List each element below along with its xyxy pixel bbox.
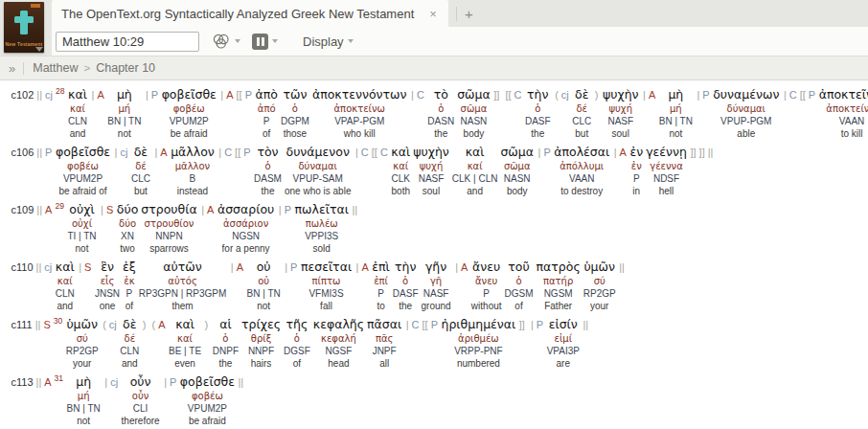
greek-word[interactable]: ἀποκτεῖναι	[819, 87, 868, 102]
resource-tab[interactable]: The OpenText.org Syntactically Analyzed …	[52, 0, 448, 27]
english-gloss: but	[131, 185, 150, 197]
greek-word[interactable]: καὶ	[56, 260, 75, 275]
lemma: καί	[452, 160, 498, 172]
greek-word[interactable]: εἰσίν	[547, 317, 580, 332]
reference-input[interactable]	[56, 32, 199, 52]
word-unit: κεφαλῆςκεφαλήNGSFhead	[313, 317, 364, 370]
resource-menu-caret-icon[interactable]	[35, 47, 43, 52]
word-unit: |AἐπὶἐπίPto	[354, 260, 390, 312]
greek-word[interactable]: καὶ	[68, 87, 87, 102]
lemma: θρίξ	[241, 332, 281, 345]
greek-word[interactable]: καὶ	[452, 145, 498, 160]
greek-word[interactable]: μὴ	[67, 374, 101, 390]
resource-cover-thumbnail[interactable]: New Testament	[4, 2, 44, 53]
morphology-code: VPUM2P	[180, 402, 235, 415]
breadcrumb-bar: » Matthew > Chapter 10	[0, 56, 868, 80]
greek-word[interactable]: κεφαλῆς	[313, 317, 364, 332]
greek-word[interactable]: οὐχὶ	[67, 202, 96, 217]
greek-word[interactable]: τὴν	[525, 87, 551, 102]
greek-word[interactable]: ἐπὶ	[372, 260, 390, 275]
morphology-code: P	[471, 287, 502, 300]
greek-word[interactable]: ἀποκτεννόντων	[312, 87, 407, 102]
breadcrumb-expander[interactable]: »	[9, 61, 15, 76]
greek-word[interactable]: στρουθία	[141, 202, 196, 217]
greek-word[interactable]: τῶν	[281, 87, 309, 102]
breadcrumb-book[interactable]: Matthew	[33, 61, 78, 75]
lemma: μή	[659, 102, 693, 115]
greek-word[interactable]: αἱ	[213, 317, 239, 332]
greek-word[interactable]: τοῦ	[505, 260, 534, 275]
close-tab-icon[interactable]: ×	[429, 8, 437, 20]
visual-filter-button[interactable]	[211, 32, 240, 51]
greek-word[interactable]: μᾶλλον	[171, 145, 215, 160]
word-column: δὲδέCLCbut	[572, 87, 591, 140]
greek-word[interactable]: τὸν	[254, 145, 282, 160]
greek-word[interactable]: οὖν	[122, 374, 160, 390]
greek-word[interactable]: ψυχὴν	[603, 87, 639, 102]
parallel-resources-button[interactable]	[252, 34, 278, 50]
word-column: αὐτῶναὐτόςRP3GPN | RP3GPMthem	[139, 260, 227, 312]
english-gloss: are	[547, 357, 580, 370]
word-column: καὶκαίCLNand	[68, 87, 87, 140]
greek-word[interactable]: ἓν	[95, 260, 120, 275]
morphology-code: NNPF	[241, 345, 281, 357]
display-menu-button[interactable]: Display	[289, 34, 354, 49]
greek-word[interactable]: ὑμῶν	[583, 260, 616, 275]
greek-word[interactable]: τρίχες	[241, 317, 281, 332]
greek-word[interactable]: τῆς	[284, 317, 310, 332]
greek-word[interactable]: ἄνευ	[471, 260, 502, 275]
greek-word[interactable]: γῆν	[422, 260, 451, 275]
word-column: ψυχὴνψυχήNASFsoul	[603, 87, 639, 140]
greek-word[interactable]: φοβεῖσθε	[56, 145, 110, 160]
greek-word[interactable]: τὴν	[393, 260, 419, 275]
clause-marker: |S	[100, 202, 115, 217]
greek-word[interactable]: ἀσσαρίου	[217, 202, 274, 217]
greek-word[interactable]: μὴ	[659, 87, 693, 102]
english-gloss: the	[525, 127, 551, 140]
greek-word[interactable]: μὴ	[107, 87, 141, 102]
word-unit: |AοὐοὐBN | TNnot	[229, 260, 280, 312]
greek-word[interactable]: πωλεῖται	[295, 202, 349, 217]
greek-word[interactable]: ἀπολέσαι	[554, 145, 609, 160]
greek-word[interactable]: πᾶσαι	[367, 317, 401, 332]
greek-word[interactable]: τὸ	[427, 87, 454, 102]
clause-marker: |A	[642, 87, 657, 102]
greek-word[interactable]: γεέννῃ	[646, 145, 687, 160]
greek-word[interactable]: ὑμῶν	[66, 317, 99, 332]
greek-word[interactable]: ἐξ	[123, 260, 136, 275]
word-column: δύοδύοXNtwo	[117, 202, 139, 255]
lemma: πίπτω	[301, 275, 352, 287]
greek-word[interactable]: οὐ	[247, 260, 281, 275]
word-unit: |PπεσεῖταιπίπτωVFMI3Sfall	[284, 260, 352, 312]
greek-word[interactable]: δὲ	[572, 87, 591, 102]
greek-word[interactable]: σῶμα	[457, 87, 491, 102]
greek-word[interactable]: φοβεῖσθε	[180, 374, 235, 390]
new-tab-button[interactable]: +	[463, 7, 481, 27]
english-gloss: of	[505, 300, 534, 312]
greek-word[interactable]: δὲ	[131, 145, 150, 160]
greek-word[interactable]: ἠριθμημέναι	[442, 317, 516, 332]
greek-word[interactable]: καὶ	[169, 317, 201, 332]
word-unit: c113||A31μὴμήBN | TNnot	[10, 374, 101, 427]
greek-word[interactable]: πεσεῖται	[301, 260, 352, 275]
greek-word[interactable]: φοβεῖσθε	[162, 87, 217, 102]
greek-word[interactable]: δυνάμενον	[285, 145, 352, 160]
greek-word[interactable]: δυναμένων	[713, 87, 779, 102]
greek-word[interactable]: ψυχὴν	[413, 145, 449, 160]
lemma: δέ	[572, 102, 591, 115]
english-gloss: and	[452, 185, 498, 197]
greek-word[interactable]: καὶ	[391, 145, 410, 160]
breadcrumb-separator-icon: >	[83, 62, 90, 74]
word-column: οὐοὐBN | TNnot	[247, 260, 281, 312]
tab-title: The OpenText.org Syntactically Analyzed …	[61, 7, 414, 21]
greek-word[interactable]: πατρὸς	[537, 260, 581, 275]
greek-word[interactable]: αὐτῶν	[139, 260, 227, 275]
greek-word[interactable]: δύο	[117, 202, 139, 217]
greek-word[interactable]: δὲ	[120, 317, 139, 332]
english-gloss: soul	[603, 127, 639, 140]
greek-word[interactable]: σῶμα	[500, 145, 534, 160]
breadcrumb-chapter[interactable]: Chapter 10	[96, 61, 155, 75]
lemma: στρουθίον	[141, 217, 196, 230]
greek-word[interactable]: ἐν	[629, 145, 643, 160]
greek-word[interactable]: ἀπὸ	[255, 87, 277, 102]
